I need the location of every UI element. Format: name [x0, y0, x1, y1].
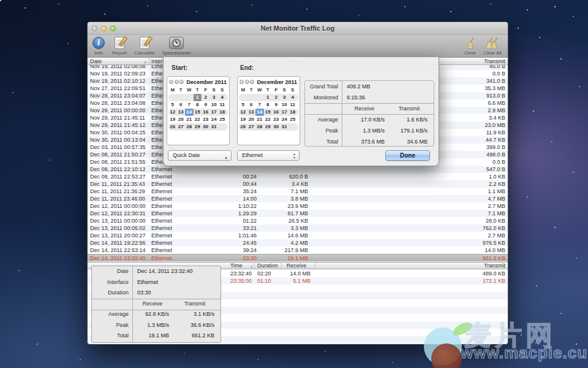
calendar-day[interactable]: 30: [272, 123, 281, 131]
table-row[interactable]: Dec 11, 2011 21:35:43Ethernet00:443.4 KB…: [88, 180, 508, 188]
calendar-day[interactable]: 16: [202, 109, 210, 116]
info-button[interactable]: i Info: [92, 36, 105, 56]
calendar-day[interactable]: 6: [177, 101, 186, 109]
calendar-day[interactable]: 2: [202, 94, 210, 101]
calendar-day[interactable]: 20: [247, 116, 256, 123]
window-title: Net Monitor Traffic Log: [88, 25, 508, 32]
calendar-day[interactable]: 17: [210, 109, 219, 116]
calendar-next-icon[interactable]: [250, 80, 254, 84]
clear-all-button[interactable]: Clear All: [483, 36, 502, 56]
calendar-day[interactable]: 24: [281, 116, 289, 123]
calendar-day[interactable]: 2: [272, 94, 281, 101]
calendar-day[interactable]: 24: [210, 116, 219, 123]
calendar-day[interactable]: 5: [168, 101, 177, 109]
table-row[interactable]: Dec 13, 2011 00:05:02Ethernet33:213.3 MB…: [88, 224, 508, 232]
calendar-day[interactable]: 17: [281, 109, 289, 116]
calendar-today-icon[interactable]: [175, 80, 179, 84]
calendar-day[interactable]: 28: [255, 123, 264, 131]
table-row[interactable]: Dec 13, 2011 20:00:27Ethernet1:01:4614.6…: [88, 232, 508, 239]
calendar-day[interactable]: 29: [194, 123, 202, 131]
calendar-day[interactable]: 25: [288, 116, 297, 123]
table-row[interactable]: Dec 11, 2011 23:46:00Ethernet14:003.8 MB…: [88, 195, 508, 202]
calendar-day[interactable]: 3: [210, 94, 219, 101]
table-row[interactable]: Dec 14, 2011 22:53:14Ethernet39:24217.9 …: [88, 247, 508, 254]
titlebar[interactable]: Net Monitor Traffic Log: [88, 22, 508, 35]
calendar-day[interactable]: 9: [202, 101, 210, 109]
calendar-prev-icon[interactable]: [239, 80, 244, 84]
table-row[interactable]: Dec 12, 2011 22:30:31Ethernet1:29:2981.7…: [88, 210, 508, 217]
calendar-day[interactable]: 1: [264, 94, 273, 101]
calendar-day[interactable]: 10: [210, 101, 219, 109]
calendar-day[interactable]: 18: [218, 109, 227, 116]
calendar-day[interactable]: 26: [239, 123, 247, 131]
calendar-day[interactable]: 23: [202, 116, 210, 123]
table-row[interactable]: Dec 08, 2011 22:53:27Ethernet00:24620.0 …: [88, 173, 508, 180]
calendar-day[interactable]: 30: [202, 123, 210, 131]
calendar-day[interactable]: 14: [185, 109, 194, 116]
calendar-day[interactable]: 15: [194, 109, 202, 116]
calendar-day[interactable]: 22: [264, 116, 273, 123]
calendar-day[interactable]: 25: [218, 116, 227, 123]
calendar-day[interactable]: 20: [177, 116, 186, 123]
interface-dropdown[interactable]: Ethernet ▲▼: [237, 150, 300, 161]
table-row[interactable]: Dec 13, 2011 00:00:00Ethernet01:2226.5 K…: [88, 217, 508, 224]
column-header-duration[interactable]: Duration: [257, 263, 278, 269]
calendar-day[interactable]: 14: [255, 109, 264, 116]
table-row[interactable]: Dec 11, 2011 21:36:29Ethernet35:247.1 MB…: [88, 188, 508, 195]
calendar-day[interactable]: 5: [239, 101, 247, 109]
day-header: W: [185, 86, 194, 94]
table-row[interactable]: Dec 14, 2011 19:22:56Ethernet24:454.2 MB…: [88, 239, 508, 247]
column-header-receive[interactable]: Receive: [282, 263, 311, 269]
speedometer-button[interactable]: Speedometer: [162, 36, 191, 56]
calendar-day[interactable]: 11: [288, 101, 297, 109]
calendar-day[interactable]: 8: [194, 101, 202, 109]
clear-button[interactable]: Clear: [464, 36, 476, 56]
calendar-day[interactable]: 21: [255, 116, 264, 123]
column-header-transmit[interactable]: Transmit: [438, 263, 505, 269]
calendar-day[interactable]: 7: [255, 101, 264, 109]
table-row[interactable]: Dec 14, 2011 23:32:40Ethernet03:3019.1 M…: [88, 254, 508, 261]
calendar-day[interactable]: 6: [247, 101, 256, 109]
calendar-day[interactable]: 23: [272, 116, 281, 123]
calendar-day[interactable]: 13: [247, 109, 256, 116]
calendar-day[interactable]: 7: [185, 101, 194, 109]
calendar-day[interactable]: 18: [288, 109, 297, 116]
calendar-day[interactable]: 31: [281, 123, 289, 131]
calendar-day[interactable]: 4: [218, 94, 227, 101]
calendar-day[interactable]: 21: [185, 116, 194, 123]
calendar-day[interactable]: 27: [177, 123, 186, 131]
calendar-day[interactable]: 12: [239, 109, 247, 116]
table-row[interactable]: Dec 12, 2011 00:00:00Ethernet1:10:2223.9…: [88, 202, 508, 210]
calendar-day[interactable]: 28: [185, 123, 194, 131]
calendar-today-icon[interactable]: [245, 80, 249, 84]
calendar-prev-icon[interactable]: [169, 80, 173, 84]
column-header-date[interactable]: Date: [90, 58, 102, 65]
calculate-button[interactable]: Calculate: [134, 36, 154, 56]
calendar-day[interactable]: 15: [264, 109, 273, 116]
quick-date-dropdown[interactable]: Quick Date ▼: [168, 150, 232, 161]
calendar-day[interactable]: 1: [194, 94, 202, 101]
calendar-day[interactable]: 9: [272, 101, 281, 109]
calendar-day[interactable]: 22: [194, 116, 202, 123]
report-button[interactable]: Report: [112, 36, 127, 56]
calendar-day[interactable]: 19: [168, 116, 177, 123]
calendar-next-icon[interactable]: [179, 80, 184, 84]
calendar-day[interactable]: 11: [218, 101, 227, 109]
calendar-day[interactable]: 10: [281, 101, 289, 109]
calendar-day[interactable]: 27: [247, 123, 256, 131]
column-header-time[interactable]: Time: [230, 263, 243, 269]
calendar-day[interactable]: 16: [272, 109, 281, 116]
calendar-day[interactable]: 13: [177, 109, 186, 116]
calendar-day[interactable]: 8: [264, 101, 273, 109]
receive-header: Receive: [342, 103, 387, 114]
calendar-day[interactable]: 26: [168, 123, 177, 131]
done-button[interactable]: Done: [385, 150, 430, 161]
calendar-day[interactable]: 31: [210, 123, 219, 131]
calendar-day[interactable]: 3: [281, 94, 289, 101]
calendar-day[interactable]: 19: [239, 116, 247, 123]
calendar-day[interactable]: 12: [168, 109, 177, 116]
table-row[interactable]: Dec 08, 2011 22:10:12Ethernet547.0 B: [88, 166, 508, 173]
column-header-transmit[interactable]: Transmit: [438, 58, 505, 65]
calendar-day[interactable]: 4: [288, 94, 297, 101]
calendar-day[interactable]: 29: [264, 123, 273, 131]
